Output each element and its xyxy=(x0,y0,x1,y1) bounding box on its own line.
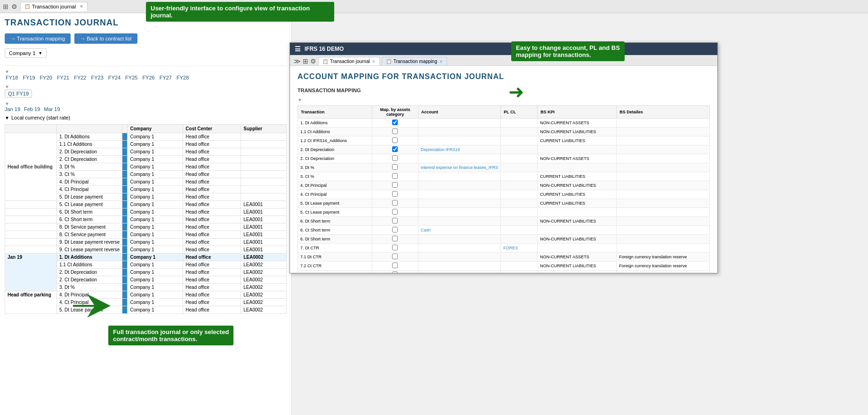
cell-cost-center: Head office xyxy=(183,246,241,254)
mapping-row[interactable]: 4. Dt Principal NON-CURRENT LIABILITIES xyxy=(298,181,710,190)
cell-bs-kpi: CURRENT LIABILITIES xyxy=(538,199,617,208)
tab-close-overlay-icon[interactable]: ✕ xyxy=(372,59,376,64)
cell-bs-details xyxy=(617,190,710,199)
mapping-row[interactable]: 6. Dt Short term NON-CURRENT LIABILITIES xyxy=(298,217,710,226)
mapping-row[interactable]: 7.1 Dt CTR NON-CURRENT ASSETS Foreign cu… xyxy=(298,253,710,262)
fy-fy27[interactable]: FY27 xyxy=(159,74,173,81)
fy-fy20[interactable]: FY20 xyxy=(39,74,53,81)
mapping-row[interactable]: 6. Ct Short term Cash xyxy=(298,226,710,235)
mapping-row[interactable]: 8. Dt Service payment xyxy=(298,271,710,273)
cell-checkbox[interactable] xyxy=(372,271,418,273)
cell-checkbox[interactable] xyxy=(372,253,418,262)
table-row[interactable]: 9. Ct Lease payment reverse Company 1 He… xyxy=(5,246,287,254)
cell-checkbox[interactable] xyxy=(372,262,418,271)
cell-checkbox[interactable] xyxy=(372,208,418,217)
tab-transaction-journal-overlay[interactable]: 📋 Transaction journal ✕ xyxy=(318,57,380,65)
grid-tab-icon[interactable]: ⊞ xyxy=(303,57,308,65)
cell-checkbox[interactable] xyxy=(372,217,418,226)
fy-fy22[interactable]: FY22 xyxy=(73,74,87,81)
cell-checkbox[interactable] xyxy=(372,172,418,181)
mapping-row[interactable]: 5. Dt Lease payment CURRENT LIABILITIES xyxy=(298,199,710,208)
cell-checkbox[interactable] xyxy=(372,226,418,235)
cell-tx: 4. Dt Principal xyxy=(298,181,372,190)
transaction-mapping-button[interactable]: → Transaction mapping xyxy=(5,33,71,44)
mapping-row[interactable]: 7. Dt CTR FOREX xyxy=(298,244,710,253)
grid-icon[interactable]: ⊞ xyxy=(3,3,8,10)
settings-icon[interactable]: ⚙ xyxy=(11,3,17,10)
fy-fy23[interactable]: FY23 xyxy=(90,74,104,81)
mapping-row[interactable]: 6. Dt Short term NON-CURRENT LIABILITIES xyxy=(298,235,710,244)
collapse-icon[interactable]: ≫ xyxy=(294,57,301,65)
cell-checkbox[interactable] xyxy=(372,163,418,172)
cell-cost-center: Head office xyxy=(183,291,241,299)
table-row[interactable]: 8. Ct Service payment Company 1 Head off… xyxy=(5,231,287,239)
tab-close-mapping-icon[interactable]: ✕ xyxy=(439,59,443,64)
cell-company: Company 1 xyxy=(128,216,183,223)
cell-tx: 7. Dt CTR xyxy=(298,244,372,253)
cell-tx: 7.1 Dt CTR xyxy=(298,253,372,262)
month-feb19[interactable]: Feb 19 xyxy=(24,106,40,112)
fy-fy25[interactable]: FY25 xyxy=(124,74,138,81)
back-to-contract-button[interactable]: → Back to contract list xyxy=(74,33,137,44)
cell-transaction: 6. Dt Short term xyxy=(57,208,122,216)
cell-bs-kpi xyxy=(538,244,617,253)
cell-checkbox[interactable] xyxy=(372,190,418,199)
fy-fy19[interactable]: FY19 xyxy=(22,74,36,81)
cell-cost-center: Head office xyxy=(183,208,241,216)
col-company: Company xyxy=(128,125,183,133)
tab-transaction-journal[interactable]: 📋 Transaction journal ✕ xyxy=(20,2,88,11)
month-jan19[interactable]: Jan 19 xyxy=(5,106,20,112)
table-row[interactable]: Jan 19 1. Dt Additions Company 1 Head of… xyxy=(5,254,287,261)
mapping-row[interactable]: 2. Ct Depreciation NON-CURRENT ASSETS xyxy=(298,154,710,163)
cell-company: Company 1 xyxy=(128,269,183,276)
mapping-row[interactable]: 3. Dt % Interest expense on finance leas… xyxy=(298,163,710,172)
mapping-row[interactable]: 5. Ct Lease payment xyxy=(298,208,710,217)
cell-checkbox[interactable] xyxy=(372,154,418,163)
overlay-section-label: TRANSACTION MAPPING xyxy=(297,88,710,93)
table-row[interactable]: Head office parking 4. Dt Principal Comp… xyxy=(5,291,287,299)
local-currency-toggle[interactable]: ▼ Local currency (start rate) xyxy=(5,115,287,120)
mapping-row[interactable]: 2. Dt Depreciation Depreciation IFRS16 xyxy=(298,145,710,154)
fy-fy28[interactable]: FY28 xyxy=(176,74,190,81)
table-row[interactable]: Head office building 1. Dt Additions Com… xyxy=(5,133,287,141)
cell-checkbox[interactable] xyxy=(372,145,418,154)
mapping-row[interactable]: 3. Ct % CURRENT LIABILITIES xyxy=(298,172,710,181)
fy-navigation: FY18 FY19 FY20 FY21 FY22 FY23 FY24 FY25 … xyxy=(5,74,287,81)
fy-fy21[interactable]: FY21 xyxy=(56,74,70,81)
cell-checkbox[interactable] xyxy=(372,128,418,136)
fy-fy24[interactable]: FY24 xyxy=(107,74,121,81)
cell-bs-details xyxy=(617,181,710,190)
mapping-row[interactable]: 7.2 Ct CTR NON-CURRENT LIABILITIES Forei… xyxy=(298,262,710,271)
table-row[interactable]: 8. Dt Service payment Company 1 Head off… xyxy=(5,223,287,231)
company-selector[interactable]: Company 1 ▼ xyxy=(5,48,47,58)
cell-checkbox[interactable] xyxy=(372,244,418,253)
mapping-row[interactable]: 1. Dt Additions NON-CURRENT ASSETS xyxy=(298,119,710,128)
menu-icon[interactable]: ☰ xyxy=(295,45,301,53)
mapping-row[interactable]: 1.1 Ct Additions NON-CURRENT LIABILITIES xyxy=(298,128,710,136)
mapping-row[interactable]: 1.2 Ct IFRS16_Additions CURRENT LIABILIT… xyxy=(298,136,710,145)
table-row[interactable]: 5. Ct Lease payment Company 1 Head offic… xyxy=(5,201,287,208)
tab-transaction-mapping[interactable]: 📋 Transaction mapping ✕ xyxy=(382,57,447,65)
table-row[interactable]: 6. Ct Short term Company 1 Head office L… xyxy=(5,216,287,223)
cell-checkbox[interactable] xyxy=(372,199,418,208)
cell-bar xyxy=(122,216,128,223)
cell-contract: LEA0002 xyxy=(241,254,287,261)
cell-checkbox[interactable] xyxy=(372,181,418,190)
tab-close-icon[interactable]: ✕ xyxy=(80,4,83,9)
quarter-q1fy19[interactable]: Q1 FY19 xyxy=(5,89,32,98)
cell-pl xyxy=(501,128,538,136)
cell-checkbox[interactable] xyxy=(372,119,418,128)
cell-bar xyxy=(122,239,128,246)
cell-checkbox[interactable] xyxy=(372,235,418,244)
settings-tab-icon[interactable]: ⚙ xyxy=(310,57,316,65)
cell-checkbox[interactable] xyxy=(372,136,418,145)
cell-bar xyxy=(122,156,128,163)
fy-fy18[interactable]: FY18 xyxy=(5,74,19,81)
mapping-row[interactable]: 4. Ct Principal CURRENT LIABILITIES xyxy=(298,190,710,199)
fy-fy26[interactable]: FY26 xyxy=(141,74,155,81)
table-row[interactable]: 6. Dt Short term Company 1 Head office L… xyxy=(5,208,287,216)
table-row[interactable]: 9. Dt Lease payment reverse Company 1 He… xyxy=(5,239,287,246)
cell-cost-center: Head office xyxy=(183,276,241,284)
month-mar19[interactable]: Mar 19 xyxy=(44,106,60,112)
cell-account xyxy=(418,271,501,273)
